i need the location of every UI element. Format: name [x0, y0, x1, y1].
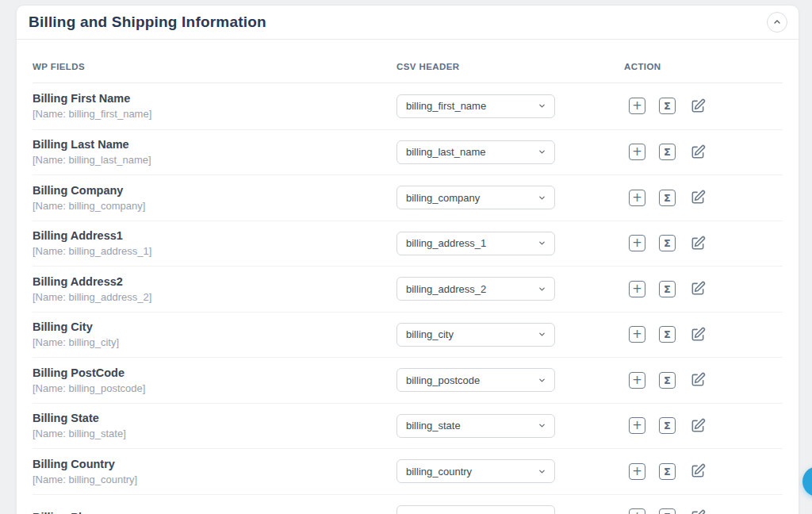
- edit-button[interactable]: [689, 508, 707, 514]
- csv-header-cell: billing_city: [396, 323, 624, 347]
- chevron-down-icon: [538, 194, 546, 202]
- wp-field-cell: Billing Address2 [Name: billing_address_…: [33, 274, 396, 305]
- csv-header-select[interactable]: billing_postcode: [396, 368, 555, 392]
- table-row: Billing City [Name: billing_city] billin…: [33, 312, 783, 358]
- edit-button[interactable]: [689, 98, 707, 115]
- add-rule-button[interactable]: +: [629, 508, 645, 514]
- wp-field-label: Billing Company: [33, 182, 396, 198]
- csv-header-selected-value: billing_address_2: [406, 283, 486, 295]
- wp-field-name-hint: [Name: billing_city]: [33, 335, 396, 350]
- add-rule-button[interactable]: +: [629, 372, 645, 389]
- evaluate-button[interactable]: Σ: [659, 463, 676, 480]
- edit-button[interactable]: [689, 235, 707, 252]
- wp-field-name-hint: [Name: billing_company]: [33, 198, 396, 213]
- wp-field-name-hint: [Name: billing_address_2]: [33, 290, 396, 305]
- plus-icon: +: [632, 466, 642, 478]
- edit-button[interactable]: [689, 189, 707, 206]
- wp-field-label: Billing Address1: [33, 228, 396, 244]
- chevron-down-icon: [538, 376, 546, 385]
- table-row: Billing Phone + Σ: [33, 494, 783, 514]
- csv-header-select[interactable]: billing_address_2: [396, 277, 555, 301]
- action-cell: + Σ: [624, 371, 783, 389]
- edit-button[interactable]: [689, 280, 707, 297]
- edit-pencil-icon: [690, 190, 706, 205]
- add-rule-button[interactable]: +: [629, 98, 645, 114]
- evaluate-button[interactable]: Σ: [659, 281, 676, 297]
- action-cell: + Σ: [624, 417, 783, 435]
- action-cell: + Σ: [624, 144, 783, 161]
- csv-header-select[interactable]: billing_state: [396, 414, 555, 438]
- evaluate-button[interactable]: Σ: [659, 372, 676, 389]
- sigma-icon: Σ: [664, 375, 671, 386]
- wp-field-name-hint: [Name: billing_first_name]: [33, 106, 396, 121]
- csv-header-select[interactable]: billing_address_1: [396, 232, 555, 255]
- wp-field-label: Billing Last Name: [33, 136, 396, 152]
- column-header-wp-fields: WP FIELDS: [33, 62, 396, 71]
- chevron-down-icon: [538, 467, 546, 476]
- sigma-icon: Σ: [664, 193, 671, 203]
- collapse-button[interactable]: [767, 12, 787, 33]
- billing-shipping-panel: Billing and Shipping Information WP FIEL…: [16, 5, 799, 514]
- wp-field-cell: Billing Address1 [Name: billing_address_…: [33, 228, 396, 259]
- edit-button[interactable]: [689, 371, 707, 389]
- field-mapping-table: WP FIELDS CSV HEADER ACTION Billing Firs…: [17, 40, 799, 514]
- plus-icon: +: [632, 420, 642, 432]
- evaluate-button[interactable]: Σ: [659, 98, 676, 114]
- wp-field-cell: Billing Phone: [33, 509, 396, 514]
- edit-pencil-icon: [690, 372, 706, 388]
- csv-header-selected-value: billing_city: [406, 328, 454, 340]
- edit-button[interactable]: [689, 462, 707, 480]
- csv-header-select[interactable]: [396, 505, 555, 514]
- evaluate-button[interactable]: Σ: [659, 144, 676, 160]
- evaluate-button[interactable]: Σ: [659, 326, 676, 343]
- add-rule-button[interactable]: +: [629, 190, 645, 206]
- wp-field-cell: Billing Country [Name: billing_country]: [33, 456, 396, 487]
- edit-button[interactable]: [689, 417, 707, 435]
- chevron-down-icon: [538, 148, 546, 156]
- evaluate-button[interactable]: Σ: [659, 508, 676, 514]
- table-row: Billing State [Name: billing_state] bill…: [33, 403, 783, 449]
- wp-field-cell: Billing State [Name: billing_state]: [33, 410, 396, 441]
- csv-header-select[interactable]: billing_first_name: [396, 94, 555, 118]
- chevron-down-icon: [538, 239, 546, 247]
- add-rule-button[interactable]: +: [629, 463, 645, 480]
- action-cell: + Σ: [624, 189, 783, 206]
- evaluate-button[interactable]: Σ: [659, 417, 676, 434]
- wp-field-label: Billing Phone: [33, 509, 396, 514]
- evaluate-button[interactable]: Σ: [659, 235, 676, 251]
- add-rule-button[interactable]: +: [629, 326, 645, 343]
- csv-header-cell: billing_postcode: [396, 368, 624, 392]
- wp-field-name-hint: [Name: billing_state]: [33, 426, 396, 441]
- csv-header-select[interactable]: billing_country: [396, 459, 555, 483]
- add-rule-button[interactable]: +: [629, 417, 645, 434]
- csv-header-select[interactable]: billing_company: [396, 186, 555, 209]
- action-cell: + Σ: [624, 280, 783, 297]
- help-floating-button[interactable]: [802, 466, 812, 497]
- plus-icon: +: [632, 146, 642, 158]
- add-rule-button[interactable]: +: [629, 235, 645, 251]
- csv-header-selected-value: billing_postcode: [406, 374, 480, 386]
- edit-button[interactable]: [689, 326, 707, 343]
- wp-field-label: Billing First Name: [33, 90, 396, 106]
- table-body: Billing First Name [Name: billing_first_…: [33, 83, 783, 514]
- chevron-down-icon: [538, 421, 546, 430]
- evaluate-button[interactable]: Σ: [659, 190, 676, 206]
- wp-field-name-hint: [Name: billing_address_1]: [33, 244, 396, 259]
- sigma-icon: Σ: [664, 147, 671, 157]
- edit-button[interactable]: [689, 144, 707, 161]
- csv-header-selected-value: billing_state: [406, 420, 461, 432]
- add-rule-button[interactable]: +: [629, 144, 645, 160]
- chevron-down-icon: [538, 102, 546, 110]
- plus-icon: +: [632, 511, 642, 514]
- wp-field-label: Billing PostCode: [33, 365, 396, 381]
- csv-header-select[interactable]: billing_city: [396, 323, 555, 347]
- wp-field-cell: Billing City [Name: billing_city]: [33, 319, 396, 350]
- plus-icon: +: [632, 283, 642, 295]
- csv-header-select[interactable]: billing_last_name: [396, 140, 555, 164]
- add-rule-button[interactable]: +: [629, 281, 645, 297]
- panel-title: Billing and Shipping Information: [29, 13, 266, 31]
- table-row: Billing Country [Name: billing_country] …: [33, 448, 783, 494]
- sigma-icon: Σ: [664, 420, 671, 431]
- csv-header-selected-value: billing_company: [406, 192, 480, 204]
- csv-header-cell: billing_address_2: [396, 277, 624, 301]
